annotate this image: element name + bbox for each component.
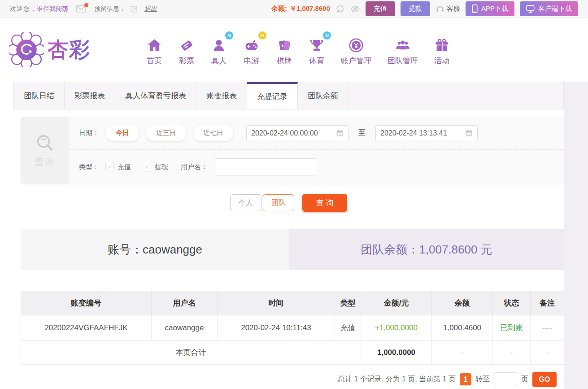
date-to-input[interactable]: 2020-02-24 13:13:41	[375, 125, 478, 141]
customer-service-button[interactable]: 客服	[436, 4, 460, 13]
col-username: 用户名	[152, 291, 218, 315]
nav-item-account[interactable]: 账户管理	[333, 34, 379, 66]
username-input[interactable]	[214, 158, 316, 175]
preset-3days-button[interactable]: 近三日	[146, 125, 187, 141]
cell-balance: 1,000.4600	[432, 315, 493, 341]
date-from-input[interactable]: 2020-02-24 00:00:00	[246, 125, 348, 141]
logout-link[interactable]: 退出	[144, 5, 157, 13]
recharge-checkbox[interactable]	[105, 163, 114, 171]
col-type: 类型	[335, 291, 361, 315]
nav-badge-n: N	[323, 31, 331, 39]
eye-off-icon[interactable]	[350, 4, 360, 14]
col-status: 状态	[493, 291, 531, 315]
filter-type-row: 类型： 充值 提现 用户名：	[69, 150, 564, 184]
username-link[interactable]: 谁伴我闯荡	[37, 5, 68, 13]
refresh-icon[interactable]	[335, 4, 345, 13]
page-right-gutter	[564, 82, 588, 389]
nav-label: 真人	[211, 56, 226, 66]
cell-username: caowangge	[152, 315, 218, 341]
col-amount: 金额/元	[361, 291, 432, 315]
withdraw-button[interactable]: 提款	[401, 1, 430, 16]
tab-live-sports-pl-report[interactable]: 真人体育盈亏报表	[115, 82, 196, 109]
table-summary-row: 本页合计 1,000.0000 - - -	[21, 341, 564, 365]
username-label: 用户名：	[181, 163, 208, 171]
tab-team-balance[interactable]: 团队余额	[298, 82, 348, 109]
tab-deposit-withdraw-records[interactable]: 充提记录	[247, 82, 298, 109]
col-time: 时间	[218, 291, 335, 315]
date-label: 日期：	[79, 129, 99, 137]
nav-item-home[interactable]: 首页	[138, 34, 170, 66]
brand-flower-icon	[9, 32, 44, 67]
main-nav: 首页 彩票 N 真人 H 电游	[138, 34, 457, 66]
type-label: 类型：	[79, 163, 99, 171]
app-download-label: APP下载	[481, 4, 508, 13]
personal-button[interactable]: 个人	[230, 194, 261, 211]
withdraw-checkbox[interactable]	[143, 163, 151, 171]
nav-item-live[interactable]: N 真人	[203, 34, 235, 66]
cell-remark: ----	[531, 315, 564, 341]
nav-item-lottery[interactable]: 彩票	[170, 34, 203, 66]
phone-icon	[472, 4, 478, 13]
table-header-row: 账变编号 用户名 时间 类型 金额/元 余额 状态 备注	[21, 291, 564, 315]
query-button[interactable]: 查 询	[302, 194, 347, 212]
cards-icon	[276, 34, 292, 53]
account-value: caowangge	[143, 243, 202, 257]
edit-icon[interactable]	[130, 5, 138, 13]
team-balance-panel: 团队余额： 1,007.8600 元	[289, 229, 564, 270]
nav-item-team[interactable]: 团队管理	[379, 34, 426, 66]
nav-item-sports[interactable]: N 体育	[301, 34, 333, 66]
balance-value: ￥1,007.8600	[290, 4, 330, 13]
mail-notification-dot	[84, 3, 88, 7]
trophy-icon: N	[309, 34, 325, 53]
topbar-left: 欢迎您， 谁伴我闯荡 预留信息： 退出	[10, 5, 157, 13]
account-label: 账号：	[108, 242, 143, 258]
nav-label: 彩票	[179, 56, 194, 66]
live-person-icon: N	[211, 34, 227, 53]
tab-lottery-report[interactable]: 彩票报表	[65, 82, 115, 109]
recharge-button[interactable]: 充值	[366, 1, 395, 16]
filter-rows: 日期： 今日 近三日 近七日 2020-02-24 00:00:00 至 202…	[69, 117, 564, 184]
tab-account-change-report[interactable]: 账变报表	[196, 82, 247, 109]
customer-service-label: 客服	[447, 4, 460, 13]
goto-page-input[interactable]	[494, 372, 517, 386]
nav-item-boardgames[interactable]: 棋牌	[268, 34, 301, 66]
col-remark: 备注	[531, 291, 564, 315]
account-number-panel: 账号： caowangge	[21, 229, 289, 270]
nav-label: 账户管理	[341, 56, 371, 66]
client-download-button[interactable]: 客户端下载	[520, 1, 578, 16]
team-button[interactable]: 团队	[263, 194, 294, 211]
pagination-summary: 总计 1 个记录, 分为 1 页, 当前第 1 页	[338, 375, 456, 384]
action-buttons: 个人 团队 查 询	[13, 194, 564, 212]
coin-icon	[348, 34, 364, 53]
mail-icon[interactable]	[76, 5, 86, 13]
calendar-icon	[465, 129, 473, 137]
tab-team-daily[interactable]: 团队日结	[14, 82, 65, 109]
withdraw-checkbox-label: 提现	[155, 163, 168, 171]
summary-label: 本页合计	[21, 341, 361, 365]
ticket-icon	[179, 34, 195, 53]
topbar: 欢迎您， 谁伴我闯荡 预留信息： 退出 余额: ￥1,007.8600 充值 提…	[0, 0, 588, 18]
preset-today-button[interactable]: 今日	[105, 125, 139, 141]
filter-sidebar-label: 查询	[35, 156, 55, 168]
nav-label: 首页	[147, 56, 162, 66]
gamepad-icon: H	[243, 34, 260, 53]
filter-sidebar: 查询	[21, 117, 69, 184]
date-to-value: 2020-02-24 13:13:41	[380, 129, 447, 137]
page-1-button[interactable]: 1	[460, 373, 471, 385]
col-balance: 余额	[432, 291, 493, 315]
nav-badge-n: N	[225, 31, 233, 39]
search-icon	[35, 132, 55, 153]
summary-status: -	[493, 341, 531, 365]
app-download-button[interactable]: APP下载	[466, 1, 514, 16]
nav-item-egames[interactable]: H 电游	[235, 34, 268, 66]
headset-icon	[436, 4, 444, 13]
brand-logo[interactable]: 杏彩	[9, 32, 122, 67]
go-button[interactable]: GO	[532, 372, 557, 387]
nav-item-activity[interactable]: 活动	[426, 34, 457, 66]
cell-type: 充值	[335, 315, 361, 341]
preset-7days-button[interactable]: 近七日	[193, 125, 234, 141]
nav-label: 活动	[434, 56, 449, 66]
records-table: 账变编号 用户名 时间 类型 金额/元 余额 状态 备注 20200224VGF…	[21, 291, 564, 365]
reserved-info-label: 预留信息：	[94, 5, 126, 13]
filter-panel: 查询 日期： 今日 近三日 近七日 2020-02-24 00:00:00 至 …	[21, 117, 564, 184]
